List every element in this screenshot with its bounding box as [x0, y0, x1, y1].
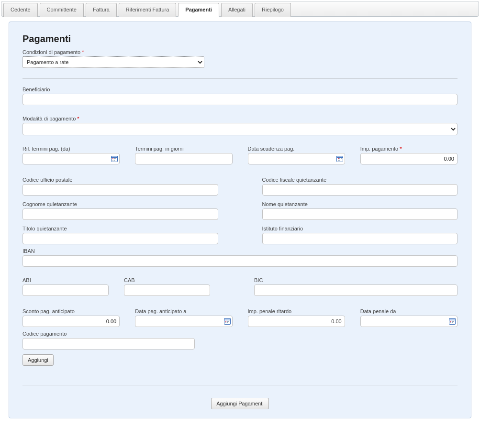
input-imp-pagamento[interactable]: [360, 153, 458, 164]
tab-cedente[interactable]: Cedente: [3, 3, 38, 17]
input-beneficiario[interactable]: [22, 94, 458, 105]
panel-pagamenti: Pagamenti Condizioni di pagamento * Paga…: [9, 22, 471, 418]
separator: [22, 78, 458, 79]
label-data-anticipato: Data pag. anticipato a: [135, 308, 232, 314]
label-data-penale: Data penale da: [360, 308, 458, 314]
svg-rect-19: [225, 322, 226, 323]
select-condizioni[interactable]: Pagamento a rate: [22, 56, 204, 68]
label-cab: CAB: [124, 277, 210, 283]
input-iban[interactable]: [22, 255, 458, 267]
tab-bar: Cedente Committente Fattura Riferimenti …: [1, 1, 479, 17]
label-condizioni: Condizioni di pagamento *: [22, 49, 458, 55]
input-cognome-quiet[interactable]: [22, 208, 218, 220]
svg-rect-3: [114, 158, 115, 159]
select-modalita[interactable]: [22, 123, 458, 135]
label-bic: BIC: [254, 277, 458, 283]
svg-rect-24: [452, 321, 453, 322]
svg-rect-23: [450, 321, 451, 322]
svg-rect-11: [341, 158, 342, 159]
svg-rect-10: [339, 158, 340, 159]
label-imp-penale: Imp. penale ritardo: [248, 308, 345, 314]
calendar-icon[interactable]: [223, 317, 231, 325]
svg-rect-6: [114, 160, 115, 161]
input-termini-giorni[interactable]: [135, 153, 232, 164]
svg-rect-16: [225, 321, 226, 322]
label-data-scadenza: Data scadenza pag.: [248, 146, 345, 152]
input-data-anticipato[interactable]: [135, 316, 232, 327]
input-data-scadenza[interactable]: [248, 153, 345, 164]
label-iban: IBAN: [22, 248, 458, 254]
input-rif-termini[interactable]: [22, 153, 120, 164]
input-titolo-quiet[interactable]: [22, 233, 218, 244]
input-cf-quiet[interactable]: [262, 184, 458, 196]
input-data-penale[interactable]: [360, 316, 458, 327]
label-codice-ufficio: Codice ufficio postale: [22, 177, 218, 183]
label-beneficiario: Beneficiario: [22, 87, 458, 92]
label-rif-termini: Rif. termini pag. (da): [22, 146, 120, 152]
svg-rect-13: [339, 160, 340, 161]
input-bic[interactable]: [254, 284, 458, 296]
calendar-icon[interactable]: [336, 155, 344, 163]
svg-rect-4: [115, 158, 116, 159]
calendar-icon[interactable]: [448, 317, 456, 325]
svg-rect-9: [338, 158, 339, 159]
label-codice-pagamento: Codice pagamento: [22, 331, 458, 337]
input-istituto[interactable]: [262, 233, 458, 244]
svg-rect-18: [228, 321, 229, 322]
svg-rect-12: [338, 160, 339, 161]
label-abi: ABI: [22, 277, 109, 283]
tab-riferimenti-fattura[interactable]: Riferimenti Fattura: [119, 3, 176, 17]
svg-rect-5: [112, 160, 113, 161]
label-titolo-quiet: Titolo quietanzante: [22, 226, 218, 231]
input-imp-penale[interactable]: [248, 316, 345, 327]
svg-rect-27: [452, 322, 453, 323]
svg-rect-8: [336, 156, 343, 158]
tab-allegati[interactable]: Allegati: [221, 3, 253, 17]
label-istituto: Istituto finanziario: [262, 226, 458, 231]
input-codice-pagamento[interactable]: [22, 338, 195, 350]
input-cab[interactable]: [124, 284, 210, 296]
svg-rect-17: [227, 321, 228, 322]
label-termini-giorni: Termini pag. in giorni: [135, 146, 232, 152]
label-nome-quiet: Nome quietanzante: [262, 201, 458, 207]
separator: [22, 385, 458, 385]
svg-rect-26: [450, 322, 451, 323]
calendar-icon[interactable]: [111, 155, 118, 163]
tab-committente[interactable]: Committente: [40, 3, 84, 17]
label-sconto-anticipato: Sconto pag. anticipato: [22, 308, 120, 314]
svg-rect-22: [449, 319, 456, 320]
svg-rect-20: [227, 322, 228, 323]
aggiungi-pagamenti-button[interactable]: Aggiungi Pagamenti: [211, 398, 268, 409]
input-abi[interactable]: [22, 284, 109, 296]
label-cf-quiet: Codice fiscale quietanzante: [262, 177, 458, 183]
aggiungi-button[interactable]: Aggiungi: [22, 354, 54, 366]
input-codice-ufficio[interactable]: [22, 184, 218, 196]
page-title: Pagamenti: [22, 33, 458, 44]
label-imp-pagamento: Imp. pagamento *: [360, 146, 458, 152]
tab-pagamenti[interactable]: Pagamenti: [178, 3, 219, 17]
svg-rect-1: [112, 156, 118, 158]
svg-rect-2: [112, 158, 113, 159]
label-modalita: Modalità di pagamento *: [22, 116, 458, 121]
input-nome-quiet[interactable]: [262, 208, 458, 220]
label-cognome-quiet: Cognome quietanzante: [22, 201, 218, 207]
input-sconto-anticipato[interactable]: [22, 316, 120, 327]
svg-rect-15: [224, 319, 230, 320]
svg-rect-25: [453, 321, 454, 322]
tab-riepilogo[interactable]: Riepilogo: [255, 3, 291, 17]
tab-fattura[interactable]: Fattura: [86, 3, 117, 17]
